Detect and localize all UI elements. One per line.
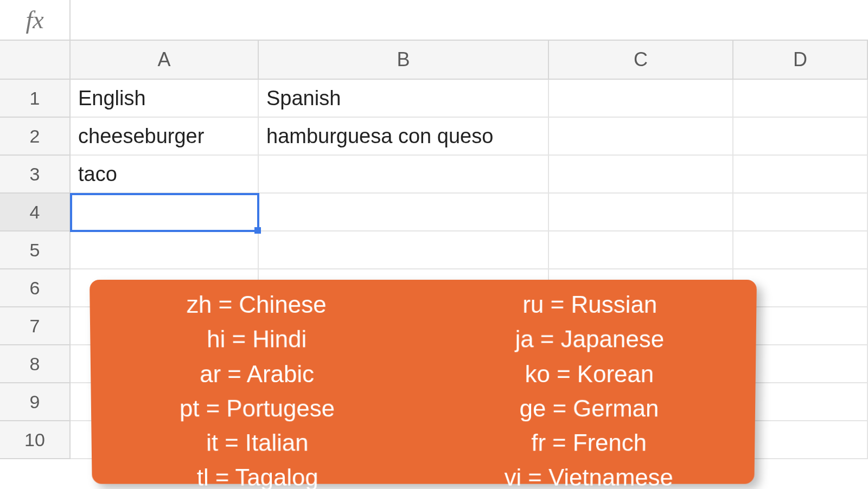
language-codes-left-column: zh = Chinese hi = Hindi ar = Arabic pt =… [90,289,423,484]
cell-c2[interactable] [549,118,733,156]
row-header-8[interactable]: 8 [0,345,71,383]
formula-input[interactable] [71,0,868,40]
row-header-6[interactable]: 6 [0,269,71,307]
cell-b1[interactable]: Spanish [259,80,549,118]
fx-icon: fx [0,0,71,40]
cell-c5[interactable] [549,231,733,269]
lang-entry: pt = Portugese [180,394,335,424]
cell-b4[interactable] [259,194,549,231]
cell-a4[interactable] [71,194,259,231]
cell-d1[interactable] [733,80,868,118]
lang-entry: fr = French [531,428,647,458]
cell-b5[interactable] [259,231,549,269]
lang-entry: tl = Tagalog [197,462,318,489]
lang-entry: vi = Vietnamese [505,462,674,489]
lang-entry: ge = German [520,394,659,424]
cell-a5[interactable] [71,231,259,269]
cell-a3[interactable]: taco [71,156,259,194]
lang-entry: ja = Japanese [515,324,664,355]
select-all-corner[interactable] [0,41,71,80]
cell-d3[interactable] [733,156,868,194]
lang-entry: ru = Russian [522,289,657,320]
row-header-2[interactable]: 2 [0,118,71,156]
row-header-1[interactable]: 1 [0,80,71,118]
row-header-9[interactable]: 9 [0,383,71,421]
lang-entry: zh = Chinese [187,289,327,320]
cell-b2[interactable]: hamburguesa con queso [259,118,549,156]
row-header-4[interactable]: 4 [0,194,71,231]
cell-d4[interactable] [733,194,868,231]
row-header-5[interactable]: 5 [0,231,71,269]
lang-entry: ko = Korean [525,359,654,389]
cell-d5[interactable] [733,231,868,269]
cell-d2[interactable] [733,118,868,156]
cell-a2[interactable]: cheeseburger [71,118,259,156]
row-header-10[interactable]: 10 [0,421,71,459]
formula-bar: fx [0,0,868,41]
row-header-7[interactable]: 7 [0,307,71,345]
column-header-c[interactable]: C [549,41,733,80]
cell-c1[interactable] [549,80,733,118]
language-codes-card: zh = Chinese hi = Hindi ar = Arabic pt =… [90,280,757,484]
cell-b3[interactable] [259,156,549,194]
cell-a1[interactable]: English [71,80,259,118]
lang-entry: hi = Hindi [207,324,307,355]
cell-c4[interactable] [549,194,733,231]
column-header-a[interactable]: A [71,41,259,80]
language-codes-right-column: ru = Russian ja = Japanese ko = Korean g… [423,289,757,484]
column-header-d[interactable]: D [733,41,868,80]
row-header-3[interactable]: 3 [0,156,71,194]
lang-entry: ar = Arabic [200,359,314,389]
column-header-b[interactable]: B [259,41,549,80]
lang-entry: it = Italian [206,428,309,458]
cell-c3[interactable] [549,156,733,194]
